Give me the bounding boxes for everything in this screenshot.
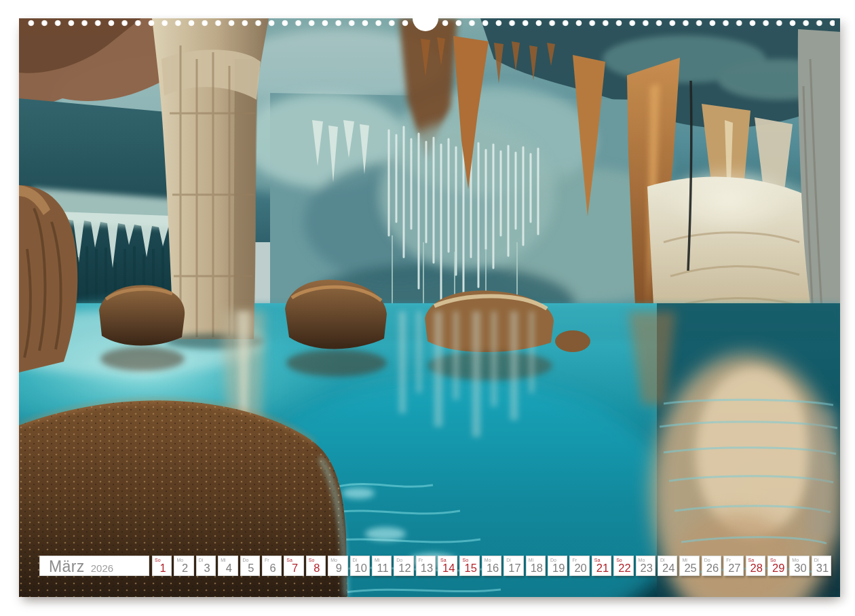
day-cell-16: Mo16: [482, 556, 501, 576]
day-number: 23: [637, 562, 654, 574]
day-cell-20: Fr20: [569, 556, 589, 576]
day-number: 9: [329, 562, 346, 574]
day-cell-14: Sa14: [438, 556, 457, 576]
day-number: 18: [527, 562, 544, 574]
day-cell-2: Mo2: [174, 556, 193, 576]
day-number: 21: [593, 562, 610, 574]
day-cell-9: Mo9: [328, 556, 347, 576]
day-cell-17: Di17: [504, 556, 523, 576]
day-number: 20: [571, 562, 588, 574]
day-number: 3: [197, 562, 214, 574]
calendar-page: März 2026 So1Mo2Di3Mi4Do5Fr6Sa7So8Mo9Di1…: [19, 18, 840, 597]
day-cell-12: Do12: [394, 556, 413, 576]
day-cell-21: Sa21: [592, 556, 611, 576]
day-number: 7: [285, 562, 302, 574]
day-number: 16: [483, 562, 500, 574]
day-cell-27: Fr27: [723, 556, 743, 576]
day-number: 8: [307, 562, 324, 574]
day-number: 29: [769, 562, 786, 574]
month-label: März: [49, 558, 85, 575]
calendar-strip: März 2026 So1Mo2Di3Mi4Do5Fr6Sa7So8Mo9Di1…: [39, 556, 831, 576]
weekday-label: Di: [199, 558, 204, 562]
day-cell-3: Di3: [196, 556, 216, 576]
weekday-label: Fr: [265, 558, 269, 562]
day-cell-6: Fr6: [262, 556, 282, 576]
day-cell-1: So1: [152, 556, 172, 576]
day-number: 28: [747, 562, 764, 574]
day-cell-29: So29: [767, 556, 787, 576]
day-number: 5: [242, 562, 259, 574]
day-number: 27: [725, 562, 742, 574]
day-number: 22: [615, 562, 632, 574]
day-number: 13: [417, 562, 434, 574]
hanger-hole: [413, 5, 438, 31]
day-number: 24: [659, 562, 676, 574]
day-cell-18: Mi18: [526, 556, 546, 576]
day-number: 11: [373, 562, 390, 574]
day-cell-24: Di24: [658, 556, 677, 576]
day-cell-13: Fr13: [416, 556, 436, 576]
cave-photo: [19, 18, 840, 597]
day-number: 31: [813, 562, 830, 574]
day-number: 1: [153, 562, 170, 574]
day-cell-31: Di31: [812, 556, 831, 576]
day-strip: So1Mo2Di3Mi4Do5Fr6Sa7So8Mo9Di10Mi11Do12F…: [152, 556, 831, 576]
day-number: 14: [439, 562, 456, 574]
day-cell-22: So22: [613, 556, 633, 576]
day-cell-15: So15: [459, 556, 479, 576]
day-cell-10: Di10: [350, 556, 370, 576]
day-number: 12: [395, 562, 412, 574]
day-cell-23: Mo23: [636, 556, 656, 576]
day-number: 26: [703, 562, 720, 574]
day-cell-4: Mi4: [218, 556, 238, 576]
day-cell-26: Do26: [702, 556, 721, 576]
month-box: März 2026: [39, 556, 149, 576]
day-cell-19: Do19: [548, 556, 567, 576]
day-number: 2: [175, 562, 192, 574]
day-number: 25: [681, 562, 698, 574]
day-number: 10: [352, 562, 368, 574]
weekday-label: Mi: [221, 558, 225, 562]
day-number: 17: [505, 562, 522, 574]
year-label: 2026: [91, 562, 113, 574]
day-cell-25: Mi25: [679, 556, 699, 576]
day-number: 6: [263, 562, 280, 574]
day-cell-8: So8: [306, 556, 326, 576]
day-cell-28: Sa28: [746, 556, 765, 576]
day-cell-30: Mo30: [789, 556, 809, 576]
day-number: 4: [219, 562, 236, 574]
day-cell-5: Do5: [240, 556, 260, 576]
day-number: 30: [791, 562, 808, 574]
day-number: 15: [461, 562, 478, 574]
day-cell-7: Sa7: [284, 556, 303, 576]
day-cell-11: Mi11: [372, 556, 392, 576]
day-number: 19: [549, 562, 566, 574]
